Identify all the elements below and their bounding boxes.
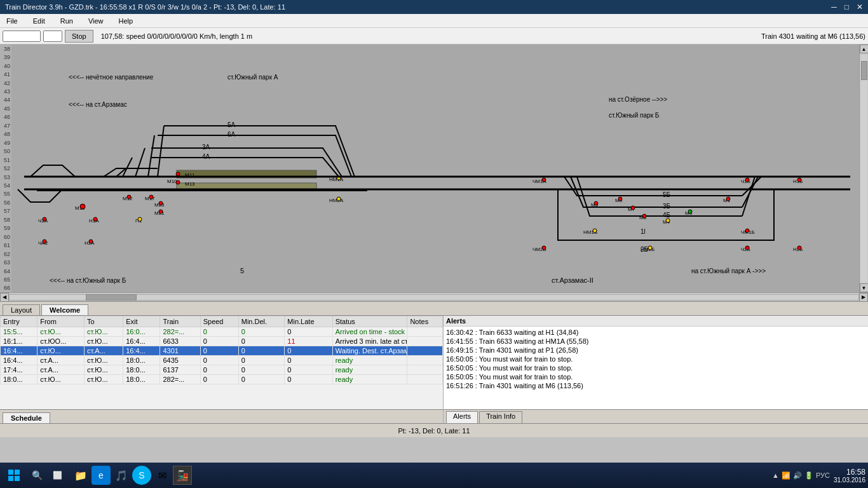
- mail-icon[interactable]: ✉: [153, 466, 172, 485]
- edge-icon[interactable]: e: [92, 466, 111, 485]
- signal-m13-label: М13: [185, 181, 195, 187]
- svg-point-10: [43, 217, 46, 221]
- cell-speed: 0: [200, 375, 238, 384]
- notification-area[interactable]: ▲ 📶 🔊 🔋 РУС: [772, 471, 830, 480]
- table-row[interactable]: 17:4... ст.А... ст.Ю... 18:0... 6137 0 0…: [1, 365, 443, 375]
- windows-logo-icon: [8, 469, 20, 482]
- cell-status: ready: [332, 375, 407, 384]
- vscroll-track: [861, 55, 867, 282]
- alerts-header: Alerts: [444, 316, 868, 327]
- col-speed: Speed: [200, 316, 238, 327]
- cell-from: ст.Ю...: [37, 346, 85, 356]
- menu-view[interactable]: View: [85, 16, 107, 26]
- cell-from: ст.А...: [37, 365, 85, 375]
- expand-tray-icon[interactable]: ▲: [772, 471, 779, 479]
- file-explorer-icon[interactable]: 📁: [71, 466, 90, 485]
- vertical-scrollbar[interactable]: ▲ ▼: [859, 44, 868, 292]
- schedule-tbody: 15:5... ст.Ю... ст.Ю... 16:0... 282=... …: [1, 327, 443, 384]
- menu-file[interactable]: File: [3, 16, 22, 26]
- hscroll-left-button[interactable]: ◀: [0, 293, 9, 302]
- cell-train: 282=...: [160, 327, 200, 337]
- odd-direction-label: <<<-- нечётное направление: [69, 74, 154, 81]
- cell-mindel: 0: [238, 327, 285, 337]
- bottom-status-bar: Pt: -13, Del: 0, Late: 11: [0, 423, 868, 437]
- cell-mindel: 0: [238, 346, 285, 356]
- cell-minlate: 0: [285, 346, 332, 356]
- maximize-button[interactable]: □: [844, 3, 849, 11]
- col-exit: Exit: [123, 316, 160, 327]
- groove-icon[interactable]: 🎵: [112, 466, 131, 485]
- minimize-button[interactable]: ─: [831, 3, 837, 11]
- svg-point-34: [688, 210, 692, 214]
- to-arzamas-label: <<<-- на ст.Арзамас: [69, 101, 127, 108]
- volume-icon[interactable]: 🔊: [793, 471, 802, 480]
- clock-time: 16:58: [834, 468, 865, 477]
- cell-entry: 16:4...: [1, 346, 37, 356]
- table-row[interactable]: 16:4... ст.Ю... ст.А... 16:4... 4301 0 0…: [1, 346, 443, 356]
- cell-from: ст.Ю...: [37, 327, 85, 337]
- alerts-content[interactable]: 16:30:42 : Train 6633 waiting at H1 (34,…: [444, 327, 868, 409]
- alerts-tabs-row: Alerts Train Info: [444, 409, 868, 423]
- taskbar-right-area: ▲ 📶 🔊 🔋 РУС 16:58 31.03.2016: [772, 468, 865, 484]
- horizontal-scrollbar[interactable]: ◀ ▶: [0, 292, 868, 301]
- table-row[interactable]: 15:5... ст.Ю... ст.Ю... 16:0... 282=... …: [1, 327, 443, 337]
- train-info-tab[interactable]: Train Info: [479, 411, 522, 423]
- table-row[interactable]: 16:4... ст.А... ст.Ю... 18:0... 6435 0 0…: [1, 356, 443, 365]
- col-entry: Entry: [1, 316, 37, 327]
- to-south-park-b-label: <<<-- на ст.Южный парк Б: [50, 277, 126, 284]
- alert-line: 16:41:55 : Train 6633 waiting at HM1A (5…: [445, 337, 867, 346]
- vscroll-down-button[interactable]: ▼: [860, 283, 869, 292]
- svg-point-31: [631, 206, 635, 210]
- close-button[interactable]: ✕: [857, 3, 863, 11]
- track-5-label: 5: [240, 267, 244, 274]
- signal-m10-label: М10: [167, 179, 177, 184]
- search-taskbar[interactable]: 🔍: [28, 466, 46, 484]
- table-row[interactable]: 16:1... ст.ЮО... ст.Ю... 16:4... 6633 0 …: [1, 337, 443, 346]
- svg-point-42: [745, 246, 749, 250]
- schedule-tab[interactable]: Schedule: [3, 412, 50, 423]
- task-view-button[interactable]: ⬜: [48, 466, 66, 484]
- svg-point-22: [43, 240, 46, 243]
- schedule-table-wrapper[interactable]: Entry From To Exit Train Speed Min.Del. …: [0, 316, 443, 409]
- time-display[interactable]: 16:55:58: [3, 30, 41, 42]
- cell-speed: 0: [200, 356, 238, 365]
- diagram-area[interactable]: 383940 414243 444546 474849 505152 53545…: [0, 44, 868, 292]
- menu-run[interactable]: Run: [57, 16, 77, 26]
- stop-button[interactable]: Stop: [65, 30, 93, 43]
- titlebar-text: Train Director 3.9h - GZD.trk - 16:55:58…: [5, 3, 285, 11]
- diagram-svg[interactable]: <<<-- нечётное направление ст.Южный парк…: [11, 44, 857, 292]
- keyboard-lang[interactable]: РУС: [816, 471, 830, 479]
- system-clock[interactable]: 16:58 31.03.2016: [834, 468, 865, 484]
- battery-icon[interactable]: 🔋: [804, 471, 813, 480]
- cell-exit: 18:0...: [123, 356, 160, 365]
- cell-minlate: 11: [285, 337, 332, 346]
- welcome-tab[interactable]: Welcome: [41, 304, 88, 315]
- network-icon[interactable]: 📶: [782, 471, 790, 480]
- cell-to: ст.Ю...: [84, 337, 123, 346]
- cell-status: ready: [332, 356, 407, 365]
- start-button[interactable]: [3, 464, 25, 487]
- track-5b-label: 5Б: [663, 191, 671, 198]
- cell-status: ready: [332, 365, 407, 375]
- layout-tab[interactable]: Layout: [3, 304, 40, 315]
- train-app-icon[interactable]: 🚂: [173, 466, 192, 485]
- vscroll-up-button[interactable]: ▲: [860, 44, 869, 53]
- cell-speed: 0: [200, 337, 238, 346]
- skype-icon[interactable]: S: [132, 466, 151, 485]
- svg-point-20: [542, 178, 546, 182]
- speed-display[interactable]: x 1: [43, 30, 62, 42]
- cell-to: ст.Ю...: [84, 356, 123, 365]
- toolbar-status: 107,58: speed 0/0/0/0/0/0/0/0/0 Km/h, le…: [101, 32, 759, 40]
- alerts-panel: Alerts 16:30:42 : Train 6633 waiting at …: [444, 316, 868, 423]
- cell-train: 6137: [160, 365, 200, 375]
- table-row[interactable]: 18:0... ст.Ю... ст.Ю... 18:0... 282=... …: [1, 375, 443, 384]
- svg-point-43: [797, 246, 801, 250]
- menu-edit[interactable]: Edit: [29, 16, 49, 26]
- svg-point-13: [127, 195, 131, 199]
- vscroll-thumb[interactable]: [861, 61, 867, 80]
- cell-to: ст.Ю...: [84, 375, 123, 384]
- menu-help[interactable]: Help: [115, 16, 137, 26]
- alerts-tab[interactable]: Alerts: [446, 411, 478, 423]
- hscroll-thumb[interactable]: [86, 294, 137, 301]
- hscroll-right-button[interactable]: ▶: [859, 293, 868, 302]
